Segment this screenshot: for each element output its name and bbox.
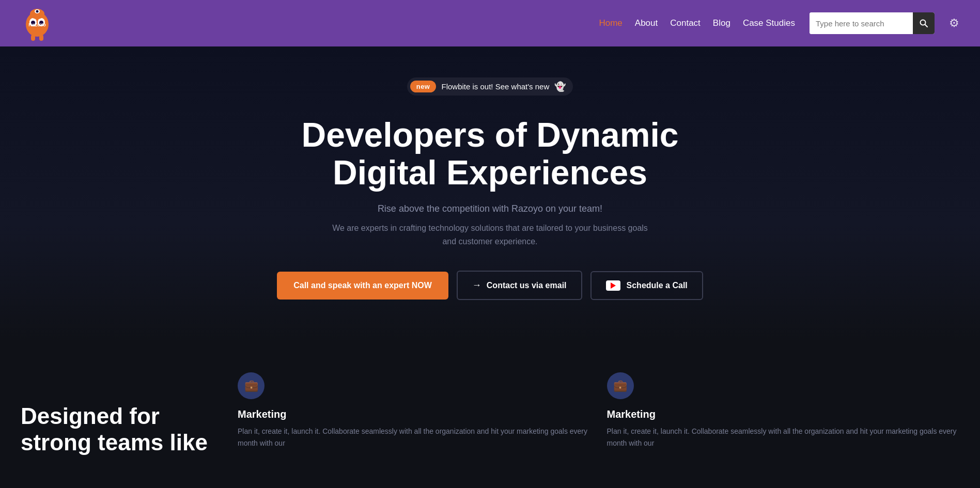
briefcase-icon-1: 💼 (244, 379, 258, 392)
svg-point-10 (36, 10, 39, 13)
features-cards: 💼 Marketing Plan it, create it, launch i… (238, 372, 959, 449)
hero-subtitle: Rise above the competition with Razoyo o… (378, 203, 602, 214)
announcement-badge[interactable]: new Flowbite is out! See what's new 👻 (407, 77, 573, 96)
feature-card-1: 💼 Marketing Plan it, create it, launch i… (238, 372, 590, 449)
search-button[interactable] (913, 12, 935, 34)
hero-section: new Flowbite is out! See what's new 👻 De… (0, 46, 980, 341)
navbar: RaZoYo Home About Contact Blog Case Stud… (0, 0, 980, 46)
hero-title: Developers of Dynamic Digital Experience… (268, 116, 712, 191)
feature-card-2: 💼 Marketing Plan it, create it, launch i… (607, 372, 960, 449)
schedule-call-button[interactable]: Schedule a Call (590, 271, 703, 300)
settings-icon[interactable]: ⚙ (949, 17, 959, 30)
feature-title-1: Marketing (238, 408, 590, 420)
contact-email-label: Contact us via email (487, 281, 567, 290)
ghost-icon: 👻 (554, 81, 566, 92)
hero-description: We are experts in crafting technology so… (330, 222, 650, 248)
svg-rect-7 (39, 35, 43, 41)
search-icon (920, 19, 928, 27)
svg-text:RaZoYo: RaZoYo (28, 22, 46, 27)
logo[interactable]: RaZoYo (21, 5, 54, 42)
feature-desc-2: Plan it, create it, launch it. Collabora… (607, 426, 960, 449)
svg-line-12 (925, 25, 928, 27)
hero-buttons: Call and speak with an expert NOW → Cont… (277, 271, 703, 300)
briefcase-icon-2: 💼 (613, 379, 627, 392)
features-section: Designed for strong teams like 💼 Marketi… (0, 341, 980, 476)
nav-link-home[interactable]: Home (599, 18, 622, 28)
search-container (810, 12, 935, 34)
badge-text: Flowbite is out! See what's new (441, 82, 549, 91)
features-section-title: Designed for strong teams like (21, 403, 217, 455)
nav-link-contact[interactable]: Contact (670, 18, 701, 28)
arrow-icon: → (472, 280, 481, 291)
call-now-button[interactable]: Call and speak with an expert NOW (277, 272, 448, 300)
youtube-icon (606, 280, 620, 291)
badge-new-label: new (410, 81, 437, 92)
feature-icon-wrap-2: 💼 (607, 372, 634, 399)
feature-desc-1: Plan it, create it, launch it. Collabora… (238, 426, 590, 449)
schedule-call-label: Schedule a Call (627, 281, 688, 290)
feature-title-2: Marketing (607, 408, 960, 420)
nav-link-case-studies[interactable]: Case Studies (743, 18, 795, 28)
navbar-right: Home About Contact Blog Case Studies ⚙ (599, 12, 959, 34)
nav-link-blog[interactable]: Blog (713, 18, 730, 28)
feature-icon-wrap-1: 💼 (238, 372, 265, 399)
nav-link-about[interactable]: About (635, 18, 658, 28)
search-input[interactable] (810, 12, 913, 34)
svg-rect-6 (31, 35, 35, 41)
contact-email-button[interactable]: → Contact us via email (457, 271, 582, 300)
features-left: Designed for strong teams like (21, 372, 217, 455)
nav-links: Home About Contact Blog Case Studies (599, 18, 795, 28)
